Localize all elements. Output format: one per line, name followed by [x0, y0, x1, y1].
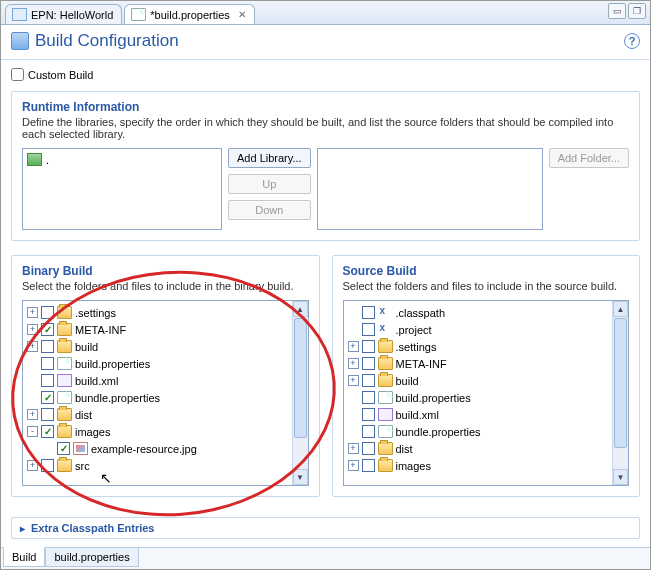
tree-checkbox[interactable]	[41, 357, 54, 370]
expand-icon[interactable]: +	[27, 460, 38, 471]
collapse-icon[interactable]: -	[27, 426, 38, 437]
section-title: Binary Build	[22, 264, 309, 278]
folder-icon	[57, 306, 72, 319]
tree-checkbox[interactable]	[41, 391, 54, 404]
tree-item-label: META-INF	[75, 324, 126, 336]
tree-item[interactable]: +META-INF	[346, 355, 611, 372]
tree-item-label: .classpath	[396, 307, 446, 319]
tree-checkbox[interactable]	[362, 391, 375, 404]
tree-item[interactable]: +build	[25, 338, 290, 355]
folder-icon	[378, 374, 393, 387]
tree-checkbox[interactable]	[362, 425, 375, 438]
tree-item[interactable]: example-resource.jpg	[25, 440, 290, 457]
tree-checkbox[interactable]	[362, 340, 375, 353]
tree-checkbox[interactable]	[362, 374, 375, 387]
folder-icon	[57, 425, 72, 438]
tree-item[interactable]: +dist	[25, 406, 290, 423]
expand-icon[interactable]: +	[348, 358, 359, 369]
tree-checkbox[interactable]	[362, 357, 375, 370]
tree-checkbox[interactable]	[362, 408, 375, 421]
tree-checkbox[interactable]	[57, 442, 70, 455]
tree-item[interactable]: +.settings	[25, 304, 290, 321]
form-tab-build[interactable]: Build	[3, 547, 45, 567]
tree-checkbox[interactable]	[41, 374, 54, 387]
tree-checkbox[interactable]	[41, 408, 54, 421]
tree-checkbox[interactable]	[362, 323, 375, 336]
section-extra-classpath[interactable]: ▸ Extra Classpath Entries	[11, 517, 640, 539]
tree-item[interactable]: .project	[346, 321, 611, 338]
tree-item-label: dist	[75, 409, 92, 421]
folder-icon	[57, 459, 72, 472]
library-item[interactable]: .	[27, 153, 217, 166]
binary-tree[interactable]: +.settings+META-INF+buildbuild.propertie…	[23, 301, 292, 485]
tree-checkbox[interactable]	[41, 323, 54, 336]
expand-icon[interactable]: +	[27, 409, 38, 420]
tree-item[interactable]: build.properties	[346, 389, 611, 406]
tree-item[interactable]: +images	[346, 457, 611, 474]
help-icon[interactable]: ?	[624, 33, 640, 49]
custom-build-label: Custom Build	[28, 69, 93, 81]
scroll-track[interactable]	[613, 449, 628, 469]
tree-item[interactable]: .classpath	[346, 304, 611, 321]
tree-checkbox[interactable]	[41, 306, 54, 319]
tree-item[interactable]: +dist	[346, 440, 611, 457]
add-folder-button[interactable]: Add Folder...	[549, 148, 629, 168]
source-tree[interactable]: .classpath.project+.settings+META-INF+bu…	[344, 301, 613, 485]
section-runtime: Runtime Information Define the libraries…	[11, 91, 640, 241]
expand-placeholder	[348, 426, 359, 437]
tree-checkbox[interactable]	[41, 459, 54, 472]
tree-item-label: build.properties	[396, 392, 471, 404]
tree-item[interactable]: +.settings	[346, 338, 611, 355]
scrollbar[interactable]: ▲ ▼	[292, 301, 308, 485]
tree-checkbox[interactable]	[41, 340, 54, 353]
tree-item[interactable]: build.xml	[25, 372, 290, 389]
library-icon	[27, 153, 42, 166]
tree-item[interactable]: bundle.properties	[346, 423, 611, 440]
close-icon[interactable]: ✕	[238, 9, 246, 20]
folder-icon	[378, 442, 393, 455]
scroll-track[interactable]	[293, 439, 308, 469]
expand-icon[interactable]: +	[348, 460, 359, 471]
scroll-up-button[interactable]: ▲	[293, 301, 308, 317]
tree-checkbox[interactable]	[362, 306, 375, 319]
expand-icon[interactable]: +	[27, 307, 38, 318]
expand-icon[interactable]: +	[348, 375, 359, 386]
maximize-button[interactable]: ❐	[628, 3, 646, 19]
form-tab-build-properties[interactable]: build.properties	[45, 548, 138, 567]
scrollbar[interactable]: ▲ ▼	[612, 301, 628, 485]
up-button[interactable]: Up	[228, 174, 311, 194]
tree-item[interactable]: build.properties	[25, 355, 290, 372]
tree-item[interactable]: bundle.properties	[25, 389, 290, 406]
tree-checkbox[interactable]	[41, 425, 54, 438]
tree-item[interactable]: build.xml	[346, 406, 611, 423]
editor-tab-epn[interactable]: EPN: HelloWorld	[5, 4, 122, 24]
add-library-button[interactable]: Add Library...	[228, 148, 311, 168]
expand-icon[interactable]: +	[27, 341, 38, 352]
tree-item[interactable]: +build	[346, 372, 611, 389]
custom-build-checkbox[interactable]	[11, 68, 24, 81]
section-desc: Select the folders and files to include …	[343, 280, 630, 292]
tree-item[interactable]: -images	[25, 423, 290, 440]
tree-item[interactable]: +META-INF	[25, 321, 290, 338]
tree-item-label: example-resource.jpg	[91, 443, 197, 455]
scroll-thumb[interactable]	[294, 318, 307, 438]
tree-checkbox[interactable]	[362, 442, 375, 455]
tree-checkbox[interactable]	[362, 459, 375, 472]
scroll-down-button[interactable]: ▼	[613, 469, 628, 485]
down-button[interactable]: Down	[228, 200, 311, 220]
tree-item-label: bundle.properties	[75, 392, 160, 404]
minimize-button[interactable]: ▭	[608, 3, 626, 19]
library-list[interactable]: .	[22, 148, 222, 230]
editor-tab-build-properties[interactable]: *build.properties ✕	[124, 4, 255, 24]
scroll-down-button[interactable]: ▼	[293, 469, 308, 485]
tree-item[interactable]: +src	[25, 457, 290, 474]
expand-placeholder	[27, 375, 38, 386]
expand-icon[interactable]: +	[27, 324, 38, 335]
expand-icon[interactable]: +	[348, 341, 359, 352]
section-source-build: Source Build Select the folders and file…	[332, 255, 641, 497]
properties-file-icon	[131, 8, 146, 21]
expand-icon[interactable]: +	[348, 443, 359, 454]
scroll-thumb[interactable]	[614, 318, 627, 448]
folder-list[interactable]	[317, 148, 543, 230]
scroll-up-button[interactable]: ▲	[613, 301, 628, 317]
